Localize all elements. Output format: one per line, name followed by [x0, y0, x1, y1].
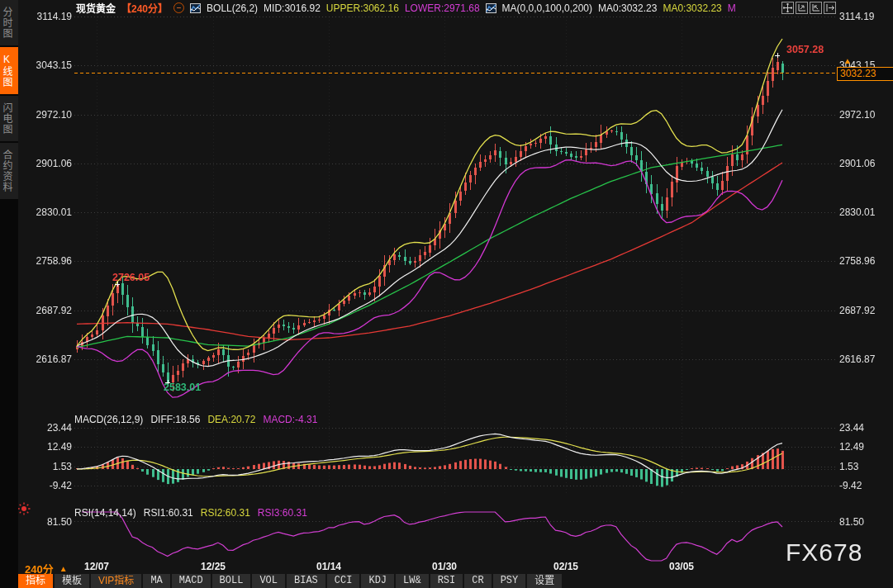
- tab-cr[interactable]: CR: [464, 574, 491, 588]
- ma0-yellow-value: MA0:3032.23: [663, 2, 721, 14]
- y-axis-label: 2758.96: [23, 254, 72, 268]
- tab-rsi[interactable]: RSI: [430, 574, 463, 588]
- x-axis-date: 01/14: [304, 561, 354, 572]
- sidebar: 分时图 K线图 闪电图 合约资料: [0, 0, 18, 588]
- y-axis-label: 2972.10: [839, 108, 875, 121]
- period-arrow-icon: ▲: [59, 564, 68, 573]
- sidebar-item-kline-chart[interactable]: K线图: [0, 47, 18, 94]
- x-axis-date: 12/07: [72, 561, 121, 572]
- x-axis-date: 12/25: [188, 561, 238, 572]
- alert-dot-icon[interactable]: [17, 501, 31, 516]
- tab-macd[interactable]: MACD: [172, 574, 211, 588]
- tab-template[interactable]: 模板: [55, 574, 89, 588]
- rsi-panel-header: RSI(14,14,14) RSI1:60.31 RSI2:60.31 RSI3…: [74, 507, 307, 519]
- rsi-axis-label: 81.50: [23, 515, 72, 529]
- swing-high-annotation: 2726.05: [112, 272, 150, 283]
- x-axis-date: 01/30: [420, 561, 469, 572]
- zoom-in-button[interactable]: [810, 2, 822, 14]
- macd-axis-label: 12.49: [23, 440, 72, 453]
- rsi-title: RSI(14,14,14): [74, 507, 136, 519]
- tab-indicator[interactable]: 指标: [18, 574, 53, 588]
- symbol-name: 现货黄金: [76, 1, 116, 15]
- rsi2-value: RSI2:60.31: [201, 507, 250, 519]
- y-axis-label: 2830.01: [23, 206, 72, 219]
- ma-label: MA(0,0,0,100,0,200): [502, 2, 592, 14]
- collapse-icon[interactable]: −: [173, 2, 184, 13]
- indicator-toolbar: 指标 模板 VIP指标 MA MACD BOLL VOL BIAS CCI KD…: [18, 574, 563, 588]
- boll-mid-value: MID:3016.92: [264, 2, 321, 14]
- macd-axis-label: 23.44: [23, 421, 72, 434]
- rsi1-value: RSI1:60.31: [144, 507, 193, 519]
- y-axis-label: 2758.96: [839, 254, 875, 268]
- x-axis-date: 02/15: [541, 561, 591, 572]
- tab-bias[interactable]: BIAS: [287, 574, 325, 588]
- y-axis-label: 3114.19: [839, 10, 875, 23]
- ma0-white-value: MA0:3032.23: [598, 2, 657, 14]
- sidebar-item-time-chart[interactable]: 分时图: [0, 0, 18, 45]
- fx678-watermark: FX678: [786, 538, 862, 567]
- y-axis-label: 2901.06: [839, 157, 875, 170]
- price-tag-arrow: ▲: [843, 56, 852, 65]
- rsi3-value: RSI3:60.31: [258, 507, 307, 519]
- boll-lower-value: LOWER:2971.68: [405, 2, 480, 14]
- sidebar-item-contract-info[interactable]: 合约资料: [0, 143, 18, 199]
- macd-axis-label: 1.53: [839, 460, 858, 473]
- y-axis-label: 2901.06: [23, 157, 72, 170]
- zoom-out-button[interactable]: [796, 2, 808, 14]
- macd-dea-value: DEA:20.72: [207, 414, 255, 425]
- tab-kdj[interactable]: KDJ: [361, 574, 394, 588]
- macd-diff-value: DIFF:18.56: [150, 414, 200, 425]
- chart-toolbuttons: [781, 2, 836, 14]
- y-axis-label: 2687.92: [23, 304, 72, 317]
- y-axis-label: 2687.92: [839, 304, 875, 317]
- macd-axis-label: -9.42: [839, 479, 862, 492]
- tab-settings[interactable]: 设置: [527, 574, 562, 588]
- tab-lwr[interactable]: LW&: [396, 574, 429, 588]
- x-axis-date: 03/05: [657, 561, 706, 572]
- high-annotation: 3057.28: [786, 44, 824, 55]
- rsi-axis-label: 81.50: [839, 515, 864, 529]
- y-axis-label: 2616.87: [839, 353, 875, 366]
- tab-psy[interactable]: PSY: [493, 574, 526, 588]
- macd-panel-header: MACD(26,12,9) DIFF:18.56 DEA:20.72 MACD:…: [74, 414, 317, 425]
- ma-truncated-value: M: [728, 2, 736, 14]
- macd-axis-label: 12.49: [839, 440, 864, 453]
- sidebar-filler: [0, 201, 18, 588]
- boll-indicator-icon[interactable]: [190, 3, 201, 13]
- tab-vip-indicator[interactable]: VIP指标: [91, 574, 141, 588]
- tab-ma[interactable]: MA: [143, 574, 169, 588]
- macd-axis-label: 23.44: [839, 421, 864, 434]
- y-axis-label: 3043.15: [23, 59, 72, 72]
- sidebar-item-lightning-chart[interactable]: 闪电图: [0, 96, 18, 141]
- macd-title: MACD(26,12,9): [74, 414, 143, 425]
- tab-vol[interactable]: VOL: [252, 574, 285, 588]
- macd-macd-value: MACD:-4.31: [263, 414, 317, 425]
- low-annotation: 2583.01: [164, 382, 201, 393]
- pan-right-button[interactable]: [824, 2, 836, 14]
- macd-axis-label: 1.53: [23, 460, 72, 473]
- chart-header: 现货黄金 【240分】 − BOLL(26,2) MID:3016.92 UPP…: [76, 2, 736, 14]
- y-axis-label: 2616.87: [23, 353, 72, 366]
- boll-upper-value: UPPER:3062.16: [326, 2, 399, 14]
- boll-label: BOLL(26,2): [207, 2, 258, 14]
- chart-canvas[interactable]: [0, 0, 893, 588]
- period-badge: 【240分】: [121, 1, 168, 15]
- current-price-tag: 3032.23: [837, 67, 893, 81]
- trading-app: 分时图 K线图 闪电图 合约资料 现货黄金 【240分】 − BOLL(26,2…: [0, 0, 893, 588]
- ma-indicator-icon[interactable]: [486, 3, 496, 13]
- pan-mode-button[interactable]: [781, 2, 794, 14]
- y-axis-label: 2830.01: [839, 206, 875, 219]
- tab-cci[interactable]: CCI: [327, 574, 360, 588]
- tab-boll[interactable]: BOLL: [212, 574, 251, 588]
- y-axis-label: 2972.10: [23, 108, 72, 121]
- macd-axis-label: -9.42: [23, 479, 72, 492]
- y-axis-label: 3114.19: [23, 10, 72, 23]
